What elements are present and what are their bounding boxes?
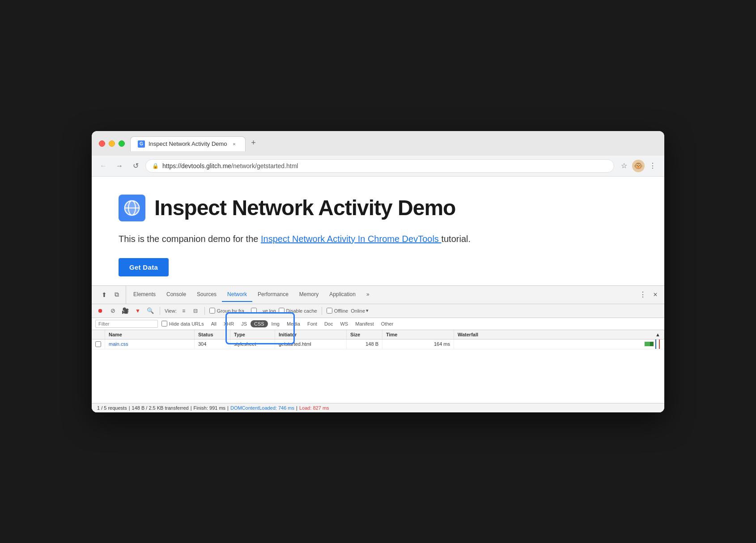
browser-window: G Inspect Network Activity Demo × + ← → … — [92, 131, 664, 412]
filter-type-buttons: All XHR JS CSS Img Media Font Doc WS Man… — [208, 320, 397, 327]
header-size[interactable]: Size — [347, 330, 382, 339]
view-label: View: — [165, 308, 177, 314]
reload-button[interactable]: ↺ — [129, 160, 142, 172]
header-initiator[interactable]: Initiator — [275, 330, 347, 339]
bookmark-button[interactable]: ☆ — [618, 160, 630, 172]
status-sep-3: | — [227, 405, 229, 411]
header-type[interactable]: Type — [230, 330, 275, 339]
tab-console[interactable]: Console — [161, 288, 191, 302]
header-status[interactable]: Status — [195, 330, 230, 339]
devtools-tabs: ⬆ ⧉ Elements Console Sources Network Per… — [92, 286, 664, 304]
tutorial-link[interactable]: Inspect Network Activity In Chrome DevTo… — [261, 234, 441, 244]
filter-font-button[interactable]: Font — [304, 320, 321, 327]
status-transferred: 148 B / 2.5 KB transferred — [132, 405, 189, 411]
tab-network[interactable]: Network — [222, 288, 252, 302]
row-name: main.css — [105, 339, 195, 349]
tab-sources[interactable]: Sources — [191, 288, 222, 302]
table-row[interactable]: main.css 304 stylesheet getstarted.html … — [92, 339, 664, 349]
new-tab-button[interactable]: + — [247, 137, 260, 149]
status-sep-2: | — [191, 405, 192, 411]
waterfall-line-red — [659, 339, 660, 349]
tabs-row: G Inspect Network Activity Demo × + — [130, 136, 657, 151]
filter-ws-button[interactable]: WS — [336, 320, 352, 327]
cursor-icon-btn[interactable]: ⬆ — [99, 289, 110, 300]
filter-manifest-button[interactable]: Manifest — [352, 320, 378, 327]
online-dropdown[interactable]: Online ▾ — [351, 308, 369, 314]
filter-other-button[interactable]: Other — [378, 320, 397, 327]
offline-checkbox[interactable] — [327, 308, 332, 314]
minimize-button[interactable] — [109, 140, 115, 147]
devtools-more-button[interactable]: ⋮ — [637, 289, 648, 300]
waterfall-bar — [645, 342, 654, 346]
status-finish: Finish: 991 ms — [194, 405, 226, 411]
record-button[interactable]: ⏺ — [95, 306, 105, 316]
status-bar: 1 / 5 requests | 148 B / 2.5 KB transfer… — [92, 403, 664, 412]
page-heading: Inspect Network Activity Demo — [119, 195, 637, 221]
tab-elements[interactable]: Elements — [128, 288, 161, 302]
close-button[interactable] — [99, 140, 105, 147]
preserve-log-checkbox[interactable] — [251, 308, 257, 314]
header-name[interactable]: Name — [105, 330, 195, 339]
network-table: Name Status Type Initiator Size Time Wat… — [92, 330, 664, 403]
toolbar-separator-3 — [322, 307, 322, 315]
block-button[interactable]: ⊘ — [108, 306, 118, 316]
get-data-button[interactable]: Get Data — [119, 258, 169, 276]
waterfall-line-blue — [655, 339, 656, 349]
back-button[interactable]: ← — [97, 160, 110, 172]
devtools-tab-icons: ⬆ ⧉ — [95, 286, 126, 304]
filter-media-button[interactable]: Media — [283, 320, 304, 327]
offline-label: Offline — [327, 308, 348, 314]
row-type: stylesheet — [230, 339, 275, 349]
forward-button[interactable]: → — [113, 160, 126, 172]
hide-data-urls-checkbox[interactable] — [161, 321, 167, 327]
maximize-button[interactable] — [119, 140, 125, 147]
devtools-panel: ⬆ ⧉ Elements Console Sources Network Per… — [92, 285, 664, 412]
menu-button[interactable]: ⋮ — [646, 160, 659, 172]
view-list-button[interactable]: ≡ — [179, 306, 188, 315]
group-by-frame-label: Group by fra... — [209, 308, 248, 314]
row-checkbox-cell — [92, 339, 105, 349]
title-bar: G Inspect Network Activity Demo × + — [92, 131, 664, 156]
network-toolbar: ⏺ ⊘ 🎥 ▼ 🔍 View: ≡ ⊟ Group by fra... ...v… — [92, 304, 664, 318]
tab-close-button[interactable]: × — [231, 140, 238, 148]
active-tab[interactable]: G Inspect Network Activity Demo × — [130, 136, 246, 151]
disable-cache-checkbox[interactable] — [279, 308, 285, 314]
tab-performance[interactable]: Performance — [252, 288, 294, 302]
filter-js-button[interactable]: JS — [238, 320, 251, 327]
row-size: 148 B — [347, 339, 382, 349]
devtools-close-button[interactable]: × — [650, 289, 661, 300]
header-time[interactable]: Time — [382, 330, 454, 339]
tab-memory[interactable]: Memory — [294, 288, 324, 302]
filter-button[interactable]: ▼ — [133, 306, 143, 316]
group-by-frame-checkbox[interactable] — [209, 308, 215, 314]
camera-button[interactable]: 🎥 — [120, 306, 130, 316]
address-url: https://devtools.glitch.me/network/getst… — [162, 162, 607, 170]
address-actions: ☆ 🐵 ⋮ — [618, 160, 659, 172]
status-load: Load: 827 ms — [299, 405, 329, 411]
status-sep-1: | — [129, 405, 130, 411]
address-bar-row: ← → ↺ 🔒 https://devtools.glitch.me/netwo… — [92, 156, 664, 177]
header-waterfall[interactable]: Waterfall ▲ — [454, 330, 664, 339]
filter-all-button[interactable]: All — [208, 320, 220, 327]
view-large-button[interactable]: ⊟ — [191, 306, 200, 315]
network-table-header: Name Status Type Initiator Size Time Wat… — [92, 330, 664, 339]
avatar[interactable]: 🐵 — [632, 160, 645, 172]
filter-img-button[interactable]: Img — [268, 320, 283, 327]
network-table-empty — [92, 349, 664, 403]
search-button[interactable]: 🔍 — [145, 306, 155, 316]
row-waterfall — [454, 339, 664, 349]
filter-doc-button[interactable]: Doc — [321, 320, 337, 327]
filter-bar: Hide data URLs All XHR JS CSS Img Media … — [92, 318, 664, 330]
tab-application[interactable]: Application — [324, 288, 361, 302]
filter-xhr-button[interactable]: XHR — [220, 320, 238, 327]
tab-favicon: G — [138, 140, 145, 148]
dock-icon-btn[interactable]: ⧉ — [111, 289, 122, 300]
filter-css-button[interactable]: CSS — [251, 320, 268, 327]
tab-more[interactable]: » — [361, 288, 375, 302]
header-checkbox — [92, 330, 105, 339]
row-time: 164 ms — [382, 339, 454, 349]
row-checkbox[interactable] — [95, 341, 101, 347]
filter-input[interactable] — [95, 320, 158, 328]
address-box[interactable]: 🔒 https://devtools.glitch.me/network/get… — [145, 159, 614, 173]
page-title: Inspect Network Activity Demo — [154, 195, 455, 220]
